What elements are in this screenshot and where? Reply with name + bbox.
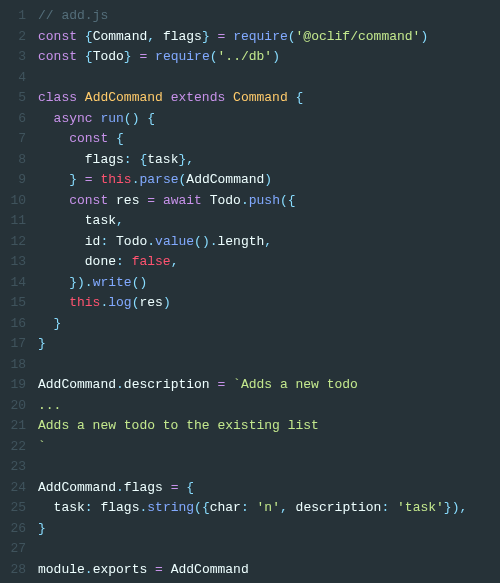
code-content: // add.js: [38, 6, 500, 27]
line-number: 13: [0, 252, 38, 273]
line-number: 19: [0, 375, 38, 396]
line-number: 4: [0, 68, 38, 89]
line-number: 12: [0, 232, 38, 253]
code-content: AddCommand.flags = {: [38, 478, 500, 499]
code-content: task: flags.string({char: 'n', descripti…: [38, 498, 500, 519]
code-content: [38, 539, 500, 560]
code-editor: 1// add.js2const {Command, flags} = requ…: [0, 0, 500, 580]
line-number: 1: [0, 6, 38, 27]
line-number: 22: [0, 437, 38, 458]
line-number: 21: [0, 416, 38, 437]
code-line: 16 }: [0, 314, 500, 335]
code-content: [38, 355, 500, 376]
code-content: id: Todo.value().length,: [38, 232, 500, 253]
code-content: class AddCommand extends Command {: [38, 88, 500, 109]
code-content: } = this.parse(AddCommand): [38, 170, 500, 191]
code-content: const {Command, flags} = require('@oclif…: [38, 27, 500, 48]
code-content: Adds a new todo to the existing list: [38, 416, 500, 437]
line-number: 16: [0, 314, 38, 335]
line-number: 15: [0, 293, 38, 314]
line-number: 2: [0, 27, 38, 48]
code-content: }: [38, 334, 500, 355]
code-content: }: [38, 519, 500, 540]
line-number: 26: [0, 519, 38, 540]
code-line: 21Adds a new todo to the existing list: [0, 416, 500, 437]
line-number: 28: [0, 560, 38, 581]
line-number: 25: [0, 498, 38, 519]
code-line: 13 done: false,: [0, 252, 500, 273]
code-content: [38, 68, 500, 89]
code-line: 25 task: flags.string({char: 'n', descri…: [0, 498, 500, 519]
line-number: 24: [0, 478, 38, 499]
line-number: 6: [0, 109, 38, 130]
code-line: 6 async run() {: [0, 109, 500, 130]
line-number: 10: [0, 191, 38, 212]
code-line: 18: [0, 355, 500, 376]
code-content: const {: [38, 129, 500, 150]
code-content: task,: [38, 211, 500, 232]
code-line: 24AddCommand.flags = {: [0, 478, 500, 499]
line-number: 9: [0, 170, 38, 191]
line-number: 18: [0, 355, 38, 376]
line-number: 7: [0, 129, 38, 150]
code-content: const res = await Todo.push({: [38, 191, 500, 212]
code-line: 14 }).write(): [0, 273, 500, 294]
code-line: 12 id: Todo.value().length,: [0, 232, 500, 253]
code-line: 9 } = this.parse(AddCommand): [0, 170, 500, 191]
line-number: 8: [0, 150, 38, 171]
line-number: 5: [0, 88, 38, 109]
code-line: 17}: [0, 334, 500, 355]
code-line: 27: [0, 539, 500, 560]
code-line: 26}: [0, 519, 500, 540]
code-content: module.exports = AddCommand: [38, 560, 500, 581]
code-line: 15 this.log(res): [0, 293, 500, 314]
code-line: 23: [0, 457, 500, 478]
code-content: this.log(res): [38, 293, 500, 314]
code-line: 7 const {: [0, 129, 500, 150]
line-number: 3: [0, 47, 38, 68]
code-line: 19AddCommand.description = `Adds a new t…: [0, 375, 500, 396]
code-content: ...: [38, 396, 500, 417]
code-line: 22`: [0, 437, 500, 458]
line-number: 23: [0, 457, 38, 478]
line-number: 27: [0, 539, 38, 560]
code-content: async run() {: [38, 109, 500, 130]
line-number: 20: [0, 396, 38, 417]
code-line: 11 task,: [0, 211, 500, 232]
code-line: 3const {Todo} = require('../db'): [0, 47, 500, 68]
code-line: 10 const res = await Todo.push({: [0, 191, 500, 212]
code-content: flags: {task},: [38, 150, 500, 171]
code-content: `: [38, 437, 500, 458]
code-line: 1// add.js: [0, 6, 500, 27]
code-line: 20...: [0, 396, 500, 417]
code-line: 4: [0, 68, 500, 89]
code-content: }).write(): [38, 273, 500, 294]
line-number: 11: [0, 211, 38, 232]
code-content: [38, 457, 500, 478]
code-line: 2const {Command, flags} = require('@ocli…: [0, 27, 500, 48]
line-number: 17: [0, 334, 38, 355]
code-content: const {Todo} = require('../db'): [38, 47, 500, 68]
code-line: 5class AddCommand extends Command {: [0, 88, 500, 109]
line-number: 14: [0, 273, 38, 294]
code-line: 28module.exports = AddCommand: [0, 560, 500, 581]
code-content: done: false,: [38, 252, 500, 273]
code-content: }: [38, 314, 500, 335]
code-line: 8 flags: {task},: [0, 150, 500, 171]
code-content: AddCommand.description = `Adds a new tod…: [38, 375, 500, 396]
